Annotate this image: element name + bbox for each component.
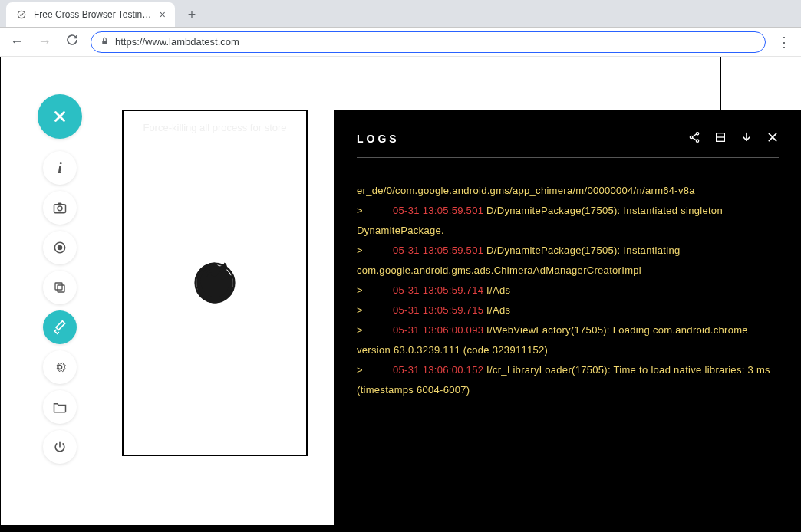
sidebar: i bbox=[38, 94, 82, 464]
copy-button[interactable] bbox=[43, 271, 77, 304]
split-icon[interactable] bbox=[714, 131, 727, 146]
tab-bar: Free Cross Browser Testing Clou × + bbox=[0, 0, 801, 28]
power-button[interactable] bbox=[43, 430, 77, 464]
log-content[interactable]: er_de/0/com.google.android.gms/app_chime… bbox=[357, 181, 779, 400]
record-button[interactable] bbox=[43, 231, 77, 264]
svg-point-7 bbox=[58, 246, 62, 250]
url-bar[interactable]: https://www.lambdatest.com bbox=[91, 31, 766, 53]
logs-actions bbox=[688, 131, 779, 146]
download-icon[interactable] bbox=[740, 131, 753, 146]
log-line: > 05-31 13:06:00.093 I/WebViewFactory(17… bbox=[357, 320, 779, 360]
log-line: > 05-31 13:05:59.715 I/Ads bbox=[357, 300, 779, 320]
reload-button[interactable] bbox=[63, 34, 81, 50]
logs-panel: LOGS er_de/0/com.google.andro bbox=[334, 110, 801, 532]
logs-title: LOGS bbox=[357, 133, 400, 145]
log-line: > 05-31 13:05:59.501 D/DynamitePackage(1… bbox=[357, 201, 779, 241]
close-button[interactable] bbox=[38, 94, 82, 139]
svg-rect-9 bbox=[55, 283, 62, 290]
forward-button[interactable]: → bbox=[35, 34, 54, 50]
back-button[interactable]: ← bbox=[8, 34, 26, 50]
svg-point-0 bbox=[18, 11, 25, 18]
log-line: > 05-31 13:05:59.714 I/Ads bbox=[357, 281, 779, 300]
log-line: > 05-31 13:05:59.501 D/DynamitePackage(1… bbox=[357, 241, 779, 281]
browser-tab[interactable]: Free Cross Browser Testing Clou × bbox=[6, 2, 175, 27]
svg-line-15 bbox=[692, 138, 696, 140]
settings-button[interactable] bbox=[43, 350, 77, 384]
tab-favicon-lambdatest bbox=[15, 8, 28, 21]
tab-title: Free Cross Browser Testing Clou bbox=[34, 9, 153, 20]
svg-point-5 bbox=[58, 206, 62, 211]
files-button[interactable] bbox=[43, 390, 77, 424]
svg-line-14 bbox=[692, 134, 696, 136]
log-line: > 05-31 13:06:00.152 I/cr_LibraryLoader(… bbox=[357, 360, 779, 400]
devtools-button[interactable] bbox=[43, 310, 77, 344]
device-frame: Force-killing all process for store bbox=[122, 110, 308, 456]
svg-rect-8 bbox=[58, 285, 64, 292]
browser-menu-icon[interactable]: ⋮ bbox=[775, 34, 793, 51]
device-header-text: Force-killing all process for store bbox=[124, 122, 306, 133]
page-content: i Force-k bbox=[0, 57, 721, 526]
tab-close-icon[interactable]: × bbox=[160, 8, 166, 21]
nav-bar: ← → https://www.lambdatest.com ⋮ bbox=[0, 28, 801, 57]
logs-header: LOGS bbox=[357, 131, 779, 158]
screenshot-button[interactable] bbox=[43, 191, 77, 225]
svg-rect-1 bbox=[102, 41, 107, 44]
lock-icon bbox=[101, 36, 109, 48]
firefox-logo-icon bbox=[188, 256, 242, 310]
close-logs-icon[interactable] bbox=[766, 131, 779, 146]
log-line: er_de/0/com.google.android.gms/app_chime… bbox=[357, 181, 779, 201]
new-tab-button[interactable]: + bbox=[181, 4, 203, 25]
share-icon[interactable] bbox=[688, 131, 700, 146]
info-button[interactable]: i bbox=[43, 151, 77, 185]
url-text: https://www.lambdatest.com bbox=[115, 36, 239, 48]
browser-chrome: Free Cross Browser Testing Clou × + ← → … bbox=[0, 0, 801, 526]
device-screen[interactable]: Force-killing all process for store bbox=[124, 111, 306, 455]
